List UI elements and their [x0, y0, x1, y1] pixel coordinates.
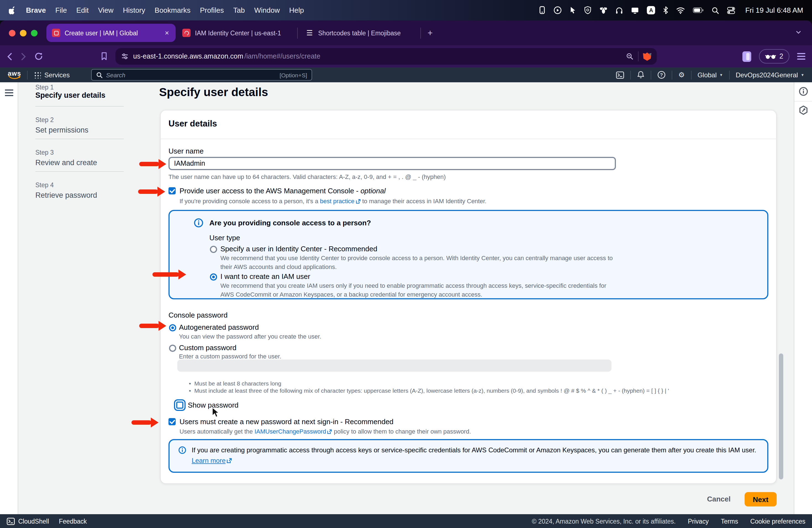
vpn-glasses-button[interactable]: 2 [759, 49, 789, 63]
menubar-item-bookmarks[interactable]: Bookmarks [155, 6, 191, 14]
help-suffix: to manage their access in IAM Identity C… [360, 198, 487, 204]
cancel-button[interactable]: Cancel [707, 495, 730, 503]
aws-console-header: aws Services [Option+S] [0, 68, 812, 82]
info-icon [178, 446, 186, 456]
step-link-set-permissions[interactable]: Set permissions [35, 126, 88, 134]
step-number: Step 1 [35, 84, 54, 91]
close-tab-icon[interactable]: × [164, 29, 170, 37]
svg-text:?: ? [660, 72, 663, 78]
show-password-checkbox[interactable] [176, 401, 184, 409]
cloudshell-button[interactable]: CloudShell [6, 517, 49, 525]
tab-search-chevron-icon[interactable] [795, 28, 807, 38]
url-toolbar: us-east-1.console.aws.amazon.com /iam/ho… [0, 45, 812, 68]
username-input[interactable] [169, 157, 616, 170]
url-host: us-east-1.console.aws.amazon.com [133, 53, 243, 60]
step-link-specify-user-details[interactable]: Specify user details [35, 91, 105, 99]
new-tab-button[interactable]: + [422, 28, 438, 38]
custom-password-radio[interactable] [169, 344, 176, 352]
menubar-item-history[interactable]: History [123, 6, 145, 14]
scrollbar-thumb[interactable] [779, 353, 783, 480]
autogenerated-password-radio[interactable] [169, 324, 176, 332]
window-close-button[interactable] [9, 30, 15, 36]
window-zoom-button[interactable] [31, 30, 38, 36]
settings-gear-icon[interactable]: ⚙ [678, 71, 685, 78]
bookmark-icon[interactable] [101, 52, 108, 61]
terms-link[interactable]: Terms [721, 518, 738, 524]
battery-icon[interactable] [693, 7, 704, 13]
external-link-icon [227, 456, 232, 466]
cloudshell-icon[interactable] [616, 71, 624, 79]
iam-user-change-password-link[interactable]: IAMUserChangePassword [255, 428, 326, 435]
step-number: Step 2 [35, 117, 54, 123]
menubar-item-help[interactable]: Help [289, 6, 304, 14]
menubar-app-name[interactable]: Brave [26, 6, 46, 14]
macos-menubar: Brave File Edit View History Bookmarks P… [0, 0, 812, 20]
region-selector[interactable]: Global ▼ [697, 71, 723, 79]
help-icon[interactable]: ? [657, 71, 666, 79]
device-status-icon[interactable] [539, 6, 546, 14]
aws-logo[interactable]: aws [8, 70, 21, 79]
wifi-icon[interactable] [676, 6, 685, 14]
menubar-item-edit[interactable]: Edit [76, 6, 89, 14]
input-source-icon[interactable]: A [647, 6, 655, 14]
tab-bar: Create user | IAM | Global × IAM Identit… [0, 20, 812, 45]
apple-icon[interactable] [9, 6, 17, 15]
cloudshell-icon [6, 517, 15, 525]
step-link-retrieve-password[interactable]: Retrieve password [35, 191, 97, 200]
browser-menu-icon[interactable] [797, 53, 806, 60]
identity-center-radio[interactable] [210, 246, 217, 253]
info-panel-icon[interactable] [799, 87, 808, 98]
console-access-checkbox[interactable] [169, 187, 176, 194]
tab-emojibase[interactable]: ☰ Shortcodes table | Emojibase [299, 29, 419, 37]
reset-password-checkbox[interactable] [169, 418, 176, 425]
user-details-card: User details User name The user name can… [160, 110, 777, 484]
menubar-item-file[interactable]: File [55, 6, 67, 14]
privacy-link[interactable]: Privacy [688, 518, 709, 524]
alert-text-body: If you are creating programmatic access … [192, 446, 756, 454]
learn-more-link[interactable]: Learn more [192, 456, 226, 464]
cursor-icon[interactable] [569, 6, 576, 14]
iam-user-radio[interactable] [210, 274, 217, 281]
control-center-icon[interactable] [727, 6, 735, 14]
shield-privacy-icon[interactable] [584, 6, 592, 14]
forward-button[interactable] [20, 52, 27, 60]
site-settings-icon[interactable] [121, 53, 129, 60]
tab-identity-center[interactable]: IAM Identity Center | us-east-1 [176, 29, 296, 37]
caret-down-icon: ▼ [720, 73, 723, 77]
tab-title: Shortcodes table | Emojibase [318, 30, 412, 36]
next-button[interactable]: Next [744, 492, 777, 507]
spotlight-icon[interactable] [711, 6, 719, 14]
bee-app-icon[interactable] [599, 6, 608, 14]
menubar-item-tab[interactable]: Tab [233, 6, 245, 14]
window-minimize-button[interactable] [20, 30, 27, 36]
tab-create-user[interactable]: Create user | IAM | Global × [46, 24, 176, 42]
notifications-bell-icon[interactable] [637, 71, 644, 79]
address-bar[interactable]: us-east-1.console.aws.amazon.com /iam/ho… [115, 48, 657, 64]
menubar-item-view[interactable]: View [98, 6, 114, 14]
sidebar-toggle-icon[interactable] [742, 51, 751, 62]
resources-hexagon-icon[interactable] [799, 105, 808, 117]
back-button[interactable] [6, 52, 13, 60]
cookie-preferences-link[interactable]: Cookie preferences [750, 518, 806, 524]
best-practice-link[interactable]: best practice [320, 198, 354, 204]
annotation-arrow [131, 420, 151, 425]
zoom-out-icon[interactable] [626, 53, 634, 60]
custom-password-label: Custom password [179, 343, 236, 352]
search-input[interactable] [106, 72, 276, 78]
services-menu[interactable]: Services [34, 71, 70, 79]
divider [161, 138, 776, 139]
feedback-button[interactable]: Feedback [59, 518, 87, 524]
bluetooth-icon[interactable] [663, 6, 668, 14]
account-menu[interactable]: DevOps2024General ▼ [736, 71, 804, 79]
headphones-icon[interactable] [615, 6, 623, 14]
aws-search-box[interactable]: [Option+S] [91, 69, 312, 80]
step-link-review-and-create[interactable]: Review and create [35, 159, 97, 167]
reload-button[interactable] [34, 52, 43, 61]
menubar-item-window[interactable]: Window [255, 6, 280, 14]
menubar-item-profiles[interactable]: Profiles [200, 6, 224, 14]
caret-down-icon: ▼ [801, 73, 804, 77]
display-mirroring-icon[interactable] [631, 6, 639, 14]
nav-menu-icon[interactable] [5, 89, 13, 96]
play-circle-icon[interactable] [553, 6, 562, 14]
brave-shields-icon[interactable]: 1 [643, 52, 651, 61]
